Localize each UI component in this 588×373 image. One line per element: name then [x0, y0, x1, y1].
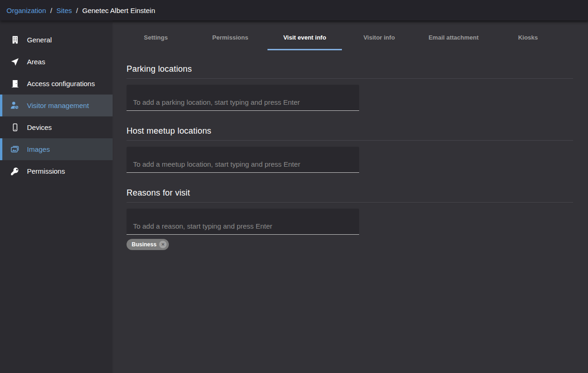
sidebar-item-label: Permissions [27, 167, 65, 175]
breadcrumb-current-page: Genetec Albert Einstein [82, 7, 155, 14]
smartphone-icon [10, 123, 20, 132]
chip-business[interactable]: Business ✕ [127, 239, 169, 250]
building-icon [10, 35, 20, 45]
section-host-meetup-locations: Host meetup locations [127, 126, 573, 173]
topbar: Organization / Sites / Genetec Albert Ei… [0, 0, 588, 20]
sidebar-item-label: Access configurations [27, 80, 95, 88]
sidebar-item-permissions[interactable]: Permissions [0, 160, 113, 182]
sidebar-item-images[interactable]: Images [0, 138, 113, 160]
section-title-reasons-for-visit: Reasons for visit [127, 188, 573, 203]
tab-visitor-info[interactable]: Visitor info [342, 20, 416, 50]
parking-location-input[interactable] [127, 85, 359, 111]
reason-input[interactable] [127, 209, 359, 235]
visitor-clock-icon [10, 101, 20, 110]
tab-label: Kiosks [518, 34, 538, 41]
navigation-arrow-icon [10, 57, 20, 67]
key-icon [10, 167, 20, 176]
tab-label: Permissions [212, 34, 248, 41]
sidebar-item-label: Visitor management [27, 102, 89, 109]
sidebar-item-areas[interactable]: Areas [0, 51, 113, 73]
sidebar-item-label: Images [27, 145, 50, 153]
chip-label: Business [132, 241, 156, 248]
sidebar-item-general[interactable]: General [0, 29, 113, 51]
sidebar-item-access-configurations[interactable]: Access configurations [0, 73, 113, 95]
section-title-parking-locations: Parking locations [127, 64, 573, 79]
tab-visit-event-info[interactable]: Visit event info [267, 20, 342, 50]
sidebar-item-visitor-management[interactable]: Visitor management [0, 95, 113, 116]
tab-label: Email attachment [428, 34, 479, 41]
section-parking-locations: Parking locations [127, 64, 573, 111]
sidebar-item-label: Areas [27, 58, 45, 66]
section-title-host-meetup-locations: Host meetup locations [127, 126, 573, 141]
tab-label: Visit event info [283, 34, 326, 41]
sidebar-item-label: Devices [27, 123, 52, 131]
tab-settings[interactable]: Settings [119, 20, 193, 50]
close-icon[interactable]: ✕ [159, 241, 167, 248]
main-content: Settings Permissions Visit event info Vi… [113, 20, 588, 373]
meetup-location-input[interactable] [127, 147, 359, 173]
breadcrumb-link-organization[interactable]: Organization [7, 7, 46, 14]
sidebar: General Areas Access configurations Visi… [0, 20, 113, 373]
tab-label: Visitor info [363, 34, 395, 41]
breadcrumb-link-sites[interactable]: Sites [56, 7, 72, 14]
image-icon [10, 145, 20, 154]
sidebar-item-label: General [27, 36, 52, 44]
reason-chip-list: Business ✕ [127, 239, 573, 250]
sidebar-item-devices[interactable]: Devices [0, 116, 113, 138]
breadcrumb: Organization / Sites / Genetec Albert Ei… [7, 7, 155, 14]
breadcrumb-separator: / [50, 7, 52, 14]
tab-kiosks[interactable]: Kiosks [491, 20, 565, 50]
section-reasons-for-visit: Reasons for visit Business ✕ [127, 188, 573, 250]
door-icon [10, 79, 20, 88]
tab-permissions[interactable]: Permissions [193, 20, 267, 50]
tab-panel-visit-event-info: Parking locations Host meetup locations … [113, 50, 588, 250]
tab-bar: Settings Permissions Visit event info Vi… [113, 20, 588, 50]
tab-label: Settings [144, 34, 167, 41]
breadcrumb-separator: / [76, 7, 78, 14]
tab-email-attachment[interactable]: Email attachment [416, 20, 491, 50]
